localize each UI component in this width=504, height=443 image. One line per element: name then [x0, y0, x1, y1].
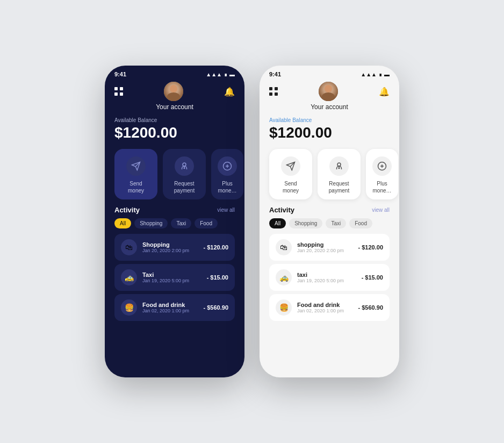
light-plus-card[interactable]: Plusmone…	[366, 149, 398, 199]
dark-request-label: Requestpayment	[174, 180, 195, 194]
light-status-icons: ▲▲▲ ∎ ▬	[361, 72, 390, 77]
light-header: 🔔	[260, 80, 399, 102]
light-request-label: Requestpayment	[329, 180, 349, 194]
light-view-all[interactable]: view all	[372, 207, 390, 213]
dark-request-card[interactable]: Requestpayment	[163, 149, 206, 199]
light-balance-amount: $1200.00	[269, 124, 390, 141]
dark-signal-icon: ▲▲▲	[206, 72, 222, 77]
light-status-bar: 9:41 ▲▲▲ ∎ ▬	[260, 66, 399, 80]
dark-transaction-taxi[interactable]: 🚕 Taxi Jan 19, 2020 5:00 pm - $15.00	[114, 264, 235, 291]
dark-plus-icon	[218, 156, 237, 176]
light-send-icon	[281, 156, 300, 176]
dark-taxi-date: Jan 19, 2020 5:00 pm	[142, 278, 201, 283]
light-bell-icon[interactable]: 🔔	[379, 87, 390, 97]
dark-transaction-shopping[interactable]: 🛍 Shopping Jan 20, 2020 2:00 pm - $120.0…	[114, 234, 235, 261]
light-avatar[interactable]	[319, 82, 338, 101]
light-food-name: Food and drink	[297, 302, 353, 308]
light-transaction-taxi[interactable]: 🚕 taxi Jan 19, 2020 5:00 pm - $15.00	[269, 264, 390, 291]
light-taxi-info: taxi Jan 19, 2020 5:00 pm	[297, 271, 356, 283]
dark-taxi-icon: 🚕	[121, 269, 137, 285]
dark-grid-icon[interactable]	[114, 87, 123, 96]
dark-balance-amount: $1200.00	[114, 124, 235, 141]
dark-filter-tabs: All Shopping Taxi Food	[114, 218, 235, 228]
light-filter-all[interactable]: All	[269, 218, 286, 228]
light-transaction-food[interactable]: 🍔 Food and drink Jan 02, 2020 1:00 pm - …	[269, 294, 390, 321]
dark-taxi-name: Taxi	[142, 271, 201, 278]
light-status-time: 9:41	[269, 71, 281, 77]
dark-activity-title: Activity	[114, 206, 140, 214]
dark-activity-section: Activity view all All Shopping Taxi Food…	[105, 206, 244, 321]
dark-send-icon	[126, 156, 146, 176]
dark-action-cards: Sendmoney Requestpayment	[105, 147, 244, 206]
light-filter-taxi[interactable]: Taxi	[326, 218, 346, 228]
dark-plus-card[interactable]: Plusmone…	[211, 149, 243, 199]
light-balance-section: Available Balance $1200.00	[260, 114, 399, 147]
dark-header: 🔔	[105, 80, 244, 102]
dark-taxi-info: Taxi Jan 19, 2020 5:00 pm	[142, 271, 201, 283]
light-activity-title: Activity	[269, 206, 294, 214]
dark-filter-taxi[interactable]: Taxi	[171, 218, 191, 228]
light-transaction-shopping[interactable]: 🛍 shopping Jan 20, 2020 2:00 pm - $120.0…	[269, 234, 390, 261]
light-plus-label: Plusmone…	[372, 180, 391, 194]
dark-filter-food[interactable]: Food	[195, 218, 218, 228]
dark-request-icon	[175, 156, 194, 176]
dark-plus-label: Plusmone…	[218, 180, 236, 194]
dark-balance-section: Available Balance $1200.00	[105, 114, 244, 147]
light-account-label: Your account	[260, 102, 399, 114]
dark-wifi-icon: ∎	[224, 72, 227, 77]
light-shopping-amount: - $120.00	[358, 244, 383, 251]
dark-food-icon: 🍔	[121, 299, 137, 316]
light-request-card[interactable]: Requestpayment	[318, 149, 361, 199]
dark-filter-shopping[interactable]: Shopping	[134, 218, 168, 228]
light-food-info: Food and drink Jan 02, 2020 1:00 pm	[297, 302, 353, 313]
light-shopping-name: shopping	[297, 241, 353, 248]
light-battery-icon: ▬	[384, 72, 390, 77]
light-grid-icon[interactable]	[269, 87, 278, 96]
dark-status-icons: ▲▲▲ ∎ ▬	[206, 72, 235, 77]
dark-status-time: 9:41	[114, 71, 126, 77]
light-action-cards: Sendmoney Requestpayment	[260, 147, 399, 206]
dark-shopping-date: Jan 20, 2020 2:00 pm	[142, 248, 198, 253]
light-balance-label: Available Balance	[269, 117, 390, 123]
dark-transaction-food[interactable]: 🍔 Food and drink Jan 02, 2020 1:00 pm - …	[114, 294, 235, 321]
dark-food-date: Jan 02, 2020 1:00 pm	[142, 308, 198, 313]
dark-shopping-icon: 🛍	[121, 239, 137, 255]
dark-activity-header: Activity view all	[114, 206, 235, 214]
light-activity-header: Activity view all	[269, 206, 390, 214]
light-filter-shopping[interactable]: Shopping	[289, 218, 322, 228]
svg-point-2	[183, 163, 186, 166]
dark-view-all[interactable]: view all	[217, 207, 235, 213]
dark-food-info: Food and drink Jan 02, 2020 1:00 pm	[142, 302, 198, 313]
dark-filter-all[interactable]: All	[114, 218, 131, 228]
light-send-card[interactable]: Sendmoney	[269, 149, 312, 199]
dark-avatar[interactable]	[164, 82, 183, 101]
dark-send-card[interactable]: Sendmoney	[114, 149, 157, 199]
dark-shopping-info: Shopping Jan 20, 2020 2:00 pm	[142, 241, 198, 253]
light-taxi-icon: 🚕	[276, 269, 292, 285]
dark-send-label: Sendmoney	[128, 180, 144, 194]
page-background: 9:41 ▲▲▲ ∎ ▬ 🔔 Your account	[0, 0, 504, 443]
dark-status-bar: 9:41 ▲▲▲ ∎ ▬	[105, 66, 244, 80]
light-send-label: Sendmoney	[283, 180, 299, 194]
light-taxi-amount: - $15.00	[362, 274, 383, 281]
light-request-icon	[329, 156, 349, 176]
light-phone: 9:41 ▲▲▲ ∎ ▬ 🔔 Your account	[260, 66, 399, 377]
dark-shopping-amount: - $120.00	[204, 244, 228, 251]
dark-account-label: Your account	[105, 102, 244, 114]
light-food-amount: - $560.90	[358, 304, 383, 311]
dark-bell-icon[interactable]: 🔔	[224, 87, 235, 97]
light-shopping-info: shopping Jan 20, 2020 2:00 pm	[297, 241, 353, 253]
light-filter-food[interactable]: Food	[349, 218, 372, 228]
light-wifi-icon: ∎	[379, 72, 382, 77]
svg-point-10	[337, 163, 341, 166]
svg-point-4	[184, 168, 185, 169]
light-filter-tabs: All Shopping Taxi Food	[269, 218, 390, 228]
phones-container: 9:41 ▲▲▲ ∎ ▬ 🔔 Your account	[105, 66, 399, 377]
dark-food-amount: - $560.90	[204, 304, 228, 311]
light-shopping-date: Jan 20, 2020 2:00 pm	[297, 248, 353, 253]
dark-balance-label: Available Balance	[114, 117, 235, 123]
dark-phone: 9:41 ▲▲▲ ∎ ▬ 🔔 Your account	[105, 66, 244, 377]
light-activity-section: Activity view all All Shopping Taxi Food…	[260, 206, 399, 321]
dark-taxi-amount: - $15.00	[207, 274, 228, 281]
svg-point-12	[339, 168, 340, 169]
